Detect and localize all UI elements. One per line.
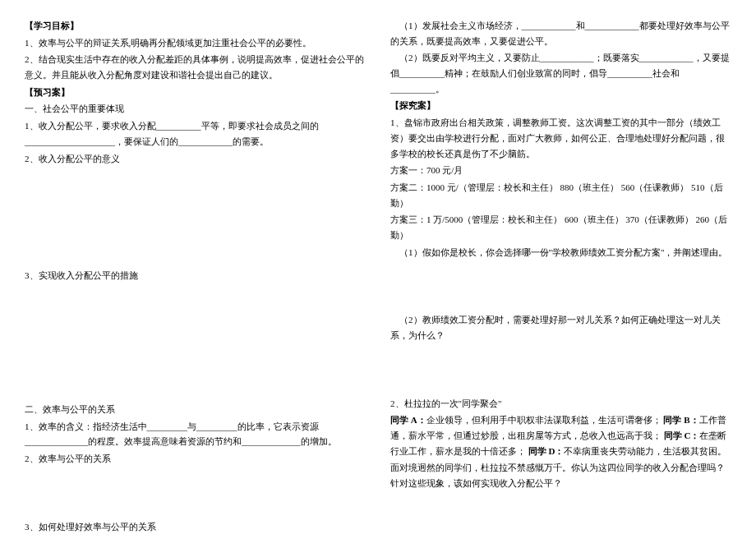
right-column: （1）发展社会主义市场经济，____________和____________都…	[390, 16, 731, 534]
task1-q2: （2）教师绩效工资分配时，需要处理好那一对儿关系？如何正确处理这一对儿关系，为什…	[390, 312, 731, 343]
learning-goal-heading: 【学习目标】	[25, 18, 366, 34]
student-a-label: 同学 A：	[390, 415, 426, 425]
section2-item3: 3、如何处理好效率与公平的关系	[25, 519, 366, 534]
explore-heading: 【探究案】	[390, 98, 731, 113]
section1-item1: 1、收入分配公平，要求收入分配__________平等，即要求社会成员之间的__…	[25, 118, 366, 149]
task1-plan-c: 方案三：1 万/5000（管理层：校长和主任） 600（班主任） 370（任课教…	[390, 212, 731, 242]
section1-item3: 3、实现收入分配公平的措施	[25, 268, 366, 283]
student-a-text: 企业领导，但利用手中职权非法谋取利益，生活可谓奢侈；	[426, 415, 662, 425]
section1-item2: 2、收入分配公平的意义	[25, 151, 366, 167]
section2-title: 二、效率与公平的关系	[25, 402, 366, 417]
student-c-label: 同学 C：	[664, 430, 700, 440]
task1-plan-a: 方案一：700 元/月	[390, 163, 731, 178]
student-d-label: 同学 D：	[528, 446, 565, 456]
section2-item1: 1、效率的含义：指经济生活中_________与_________的比率，它表示…	[25, 419, 366, 449]
task2-title: 2、杜拉拉的一次"同学聚会"	[390, 396, 731, 412]
r-item2: （2）既要反对平均主义，又要防止____________；既要落实_______…	[390, 50, 731, 96]
task1-q1: （1）假如你是校长，你会选择哪一份"学校教师绩效工资分配方案"，并阐述理由。	[390, 245, 731, 260]
task2-question: 面对境迥然的同学们，杜拉拉不禁感慨万千。你认为这四位同学的收入分配合理吗？针对这…	[390, 460, 731, 490]
student-b-label: 同学 B：	[663, 415, 698, 425]
task2-body: 同学 A：企业领导，但利用手中职权非法谋取利益，生活可谓奢侈； 同学 B：工作普…	[390, 412, 731, 458]
student-d-text: 不幸病重丧失劳动能力，生活极其贫困。	[564, 446, 726, 456]
section1-title: 一、社会公平的重要体现	[25, 101, 366, 117]
left-column: 【学习目标】 1、效率与公平的辩证关系,明确再分配领域更加注重社会公平的必要性。…	[25, 16, 366, 534]
goal-item-2: 2、结合现实生活中存在的收入分配差距的具体事例，说明提高效率，促进社会公平的意义…	[25, 52, 366, 82]
preview-heading: 【预习案】	[25, 85, 366, 100]
task1-plan-b: 方案二：1000 元/（管理层：校长和主任） 880（班主任） 560（任课教师…	[390, 180, 731, 210]
r-item1: （1）发展社会主义市场经济，____________和____________都…	[390, 18, 731, 48]
goal-item-1: 1、效率与公平的辩证关系,明确再分配领域更加注重社会公平的必要性。	[25, 35, 366, 51]
task1-intro: 1、盘锦市政府出台相关政策，调整教师工资。这次调整工资的其中一部分（绩效工资）要…	[390, 115, 731, 161]
section2-item2: 2、效率与公平的关系	[25, 451, 366, 467]
